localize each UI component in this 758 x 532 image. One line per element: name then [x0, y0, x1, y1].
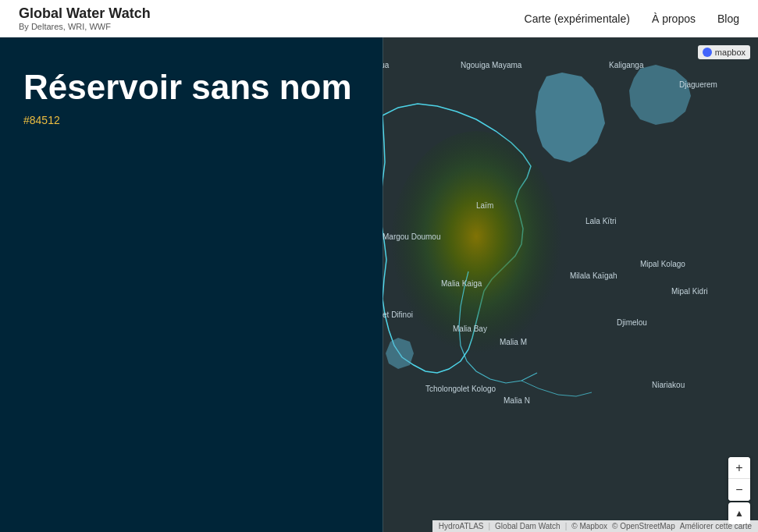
- mapbox-text: mapbox: [715, 48, 746, 57]
- reservoir-title: Réservoir sans nom: [23, 69, 359, 106]
- nav-blog[interactable]: Blog: [717, 12, 739, 25]
- zoom-controls: + −: [728, 457, 750, 501]
- header-left: Global Water Watch By Deltares, WRI, WWF: [19, 5, 151, 31]
- attr-improve[interactable]: Améliorer cette carte: [680, 522, 752, 530]
- map-attribution: HydroATLAS | Global Dam Watch | © Mapbox…: [432, 520, 758, 532]
- site-subtitle: By Deltares, WRI, WWF: [19, 22, 151, 31]
- nav-carte[interactable]: Carte (expérimentale): [525, 12, 630, 25]
- zoom-out-button[interactable]: −: [728, 479, 750, 501]
- mapbox-logo: mapbox: [698, 45, 750, 59]
- left-panel: Réservoir sans nom #84512: [0, 37, 383, 532]
- mapbox-icon: [703, 48, 712, 57]
- attr-mapbox[interactable]: © Mapbox: [571, 522, 607, 530]
- attr-hydroatlas[interactable]: HydroATLAS: [439, 522, 484, 530]
- main-nav: Carte (expérimentale) À propos Blog: [525, 12, 739, 25]
- attr-globaldam[interactable]: Global Dam Watch: [495, 522, 560, 530]
- zoom-in-button[interactable]: +: [728, 457, 750, 479]
- header: Global Water Watch By Deltares, WRI, WWF…: [0, 0, 758, 37]
- nav-about[interactable]: À propos: [652, 12, 696, 25]
- svg-point-0: [390, 131, 562, 365]
- site-logo[interactable]: Global Water Watch: [19, 5, 151, 22]
- map-divider: [383, 37, 383, 532]
- attr-osm[interactable]: © OpenStreetMap: [612, 522, 675, 530]
- reservoir-id: #84512: [23, 114, 359, 126]
